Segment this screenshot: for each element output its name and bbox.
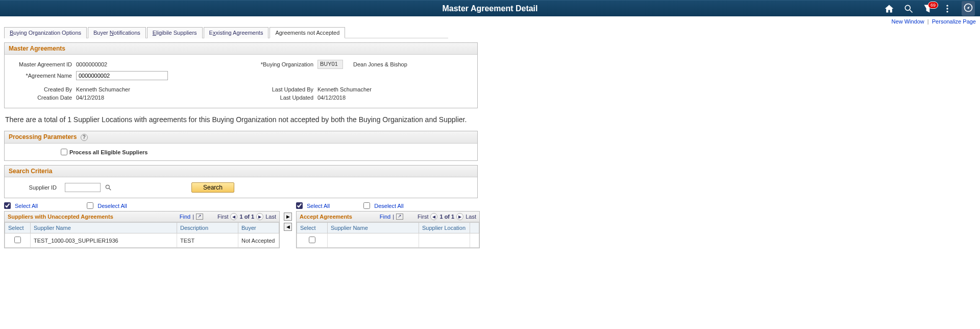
- shuttle-controls: ▶ ◀: [284, 213, 292, 231]
- tab-row: Buying Organization Options Buyer Notifi…: [4, 27, 448, 38]
- col-supplier-name-r[interactable]: Supplier Name: [328, 223, 419, 233]
- buying-org-label: *Buying Organization: [241, 61, 317, 67]
- created-by-label: Created By: [10, 86, 76, 92]
- home-icon[interactable]: [884, 4, 894, 14]
- subheader: New Window | Personalize Page: [0, 16, 980, 27]
- shuttle-right-button[interactable]: ▶: [284, 213, 292, 221]
- right-grid-nav: Find | First ◀ 1 of 1 ▶ Last: [380, 213, 476, 220]
- left-selector-row: Select All Deselect All: [4, 202, 280, 209]
- menu-icon[interactable]: [942, 4, 952, 14]
- master-agreements-section: Master Agreements Master Agreement ID 00…: [4, 42, 478, 108]
- notification-count: 69: [928, 2, 938, 9]
- left-select-all-checkbox[interactable]: [4, 202, 11, 209]
- tab-buyer-notifications[interactable]: Buyer Notifications: [88, 27, 146, 38]
- svg-point-2: [946, 5, 948, 6]
- lookup-icon[interactable]: [105, 184, 112, 191]
- tab-eligible-suppliers[interactable]: Eligibile Suppliers: [147, 27, 203, 38]
- right-find-link[interactable]: Find: [380, 214, 390, 220]
- process-all-checkbox[interactable]: [61, 149, 67, 155]
- topbar: Master Agreement Detail 69: [0, 0, 980, 16]
- right-selector-row: Select All Deselect All: [296, 202, 480, 209]
- col-select: Select: [5, 223, 31, 233]
- page-title: Master Agreement Detail: [442, 4, 537, 13]
- left-popout-icon[interactable]: [196, 214, 203, 220]
- svg-point-4: [946, 11, 948, 12]
- search-button[interactable]: Search: [191, 182, 234, 193]
- agreement-name-label: *Agreement Name: [10, 73, 76, 79]
- master-agreement-id-label: Master Agreement ID: [10, 61, 76, 67]
- new-window-link[interactable]: New Window: [892, 18, 924, 25]
- row-select-checkbox[interactable]: [14, 237, 21, 243]
- left-prev-button[interactable]: ◀: [230, 213, 237, 220]
- buying-org-value: BUY01: [317, 60, 343, 69]
- right-first-label: First: [418, 214, 428, 220]
- info-text: There are a total of 1 Supplier Location…: [5, 115, 975, 124]
- right-range: 1 of 1: [439, 214, 454, 220]
- master-agreement-id-value: 0000000002: [76, 61, 107, 67]
- right-deselect-all-checkbox[interactable]: [363, 202, 370, 209]
- processing-parameters-section: Processing Parameters ? Process all Elig…: [4, 131, 478, 161]
- right-select-all-checkbox[interactable]: [296, 202, 303, 209]
- compass-icon[interactable]: [962, 1, 975, 16]
- svg-point-6: [106, 185, 109, 189]
- right-prev-button[interactable]: ◀: [430, 213, 437, 220]
- search-criteria-header: Search Criteria: [5, 166, 477, 177]
- row-description: TEST: [177, 233, 238, 248]
- process-all-checkbox-label: Process all Eligible Suppliers: [61, 149, 472, 155]
- last-updated-value: 04/12/2018: [317, 95, 346, 101]
- right-deselect-all-link[interactable]: Deselect All: [374, 203, 403, 209]
- right-popout-icon[interactable]: [396, 214, 403, 220]
- right-last-label: Last: [465, 214, 476, 220]
- left-first-label: First: [217, 214, 228, 220]
- suppliers-unaccepted-grid: Suppliers with Unaccepted Agreements Fin…: [4, 211, 280, 248]
- personalize-page-link[interactable]: Personalize Page: [932, 18, 976, 25]
- row-select-checkbox-r[interactable]: [309, 237, 315, 243]
- col-buyer[interactable]: Buyer: [238, 223, 279, 233]
- right-select-all-link[interactable]: Select All: [307, 203, 330, 209]
- table-row: [297, 233, 479, 248]
- supplier-id-input[interactable]: [65, 183, 101, 192]
- col-description[interactable]: Description: [177, 223, 238, 233]
- processing-parameters-header: Processing Parameters ?: [5, 131, 477, 144]
- search-icon[interactable]: [903, 4, 914, 14]
- left-scrollbar[interactable]: [4, 248, 280, 257]
- left-next-button[interactable]: ▶: [256, 213, 263, 220]
- created-by-value: Kenneth Schumacher: [76, 86, 130, 92]
- last-updated-label: Last Updated: [241, 95, 317, 101]
- left-last-label: Last: [265, 214, 276, 220]
- col-supplier-loc-r[interactable]: Supplier Location: [419, 223, 470, 233]
- tab-buying-org-options[interactable]: Buying Organization Options: [4, 27, 87, 38]
- shuttle-left-button[interactable]: ◀: [284, 223, 292, 231]
- left-grid-nav: Find | First ◀ 1 of 1 ▶ Last: [180, 213, 276, 220]
- creation-date-value: 04/12/2018: [76, 95, 104, 101]
- svg-line-7: [109, 189, 111, 191]
- tab-existing-agreements[interactable]: Exxisting Agreements: [204, 27, 269, 38]
- tab-agreements-not-accepted[interactable]: Agreements not Accepted: [270, 27, 345, 38]
- left-select-all-link[interactable]: Select All: [15, 203, 38, 209]
- help-icon[interactable]: ?: [81, 134, 88, 141]
- left-deselect-all-checkbox[interactable]: [87, 202, 93, 209]
- col-supplier-name[interactable]: Supplier Name: [31, 223, 177, 233]
- right-next-button[interactable]: ▶: [456, 213, 463, 220]
- left-range: 1 of 1: [239, 214, 254, 220]
- supplier-id-label: Supplier ID: [10, 184, 61, 191]
- search-criteria-section: Search Criteria Supplier ID Search: [4, 165, 478, 198]
- suppliers-unaccepted-title: Suppliers with Unaccepted Agreements: [8, 214, 113, 220]
- accept-agreements-title: Accept Agreements: [300, 214, 352, 220]
- agreement-name-input[interactable]: [76, 71, 168, 80]
- svg-line-1: [910, 10, 913, 12]
- creation-date-label: Creation Date: [10, 95, 76, 101]
- last-updated-by-label: Last Updated By: [241, 86, 317, 92]
- master-agreements-header: Master Agreements: [5, 43, 477, 55]
- row-buyer: Not Accepted: [238, 233, 279, 248]
- table-row: TEST_1000-003_SUPPLIER1936 TEST Not Acce…: [5, 233, 279, 248]
- row-supplier-name: TEST_1000-003_SUPPLIER1936: [31, 233, 177, 248]
- notification-icon[interactable]: 69: [923, 4, 933, 14]
- col-select-r: Select: [297, 223, 328, 233]
- svg-point-0: [905, 5, 910, 10]
- col-empty-r: [470, 223, 479, 233]
- last-updated-by-value: Kenneth Schumacher: [317, 86, 372, 92]
- left-find-link[interactable]: Find: [180, 214, 190, 220]
- buying-org-desc: Dean Jones & Bishop: [353, 61, 407, 67]
- left-deselect-all-link[interactable]: Deselect All: [97, 203, 127, 209]
